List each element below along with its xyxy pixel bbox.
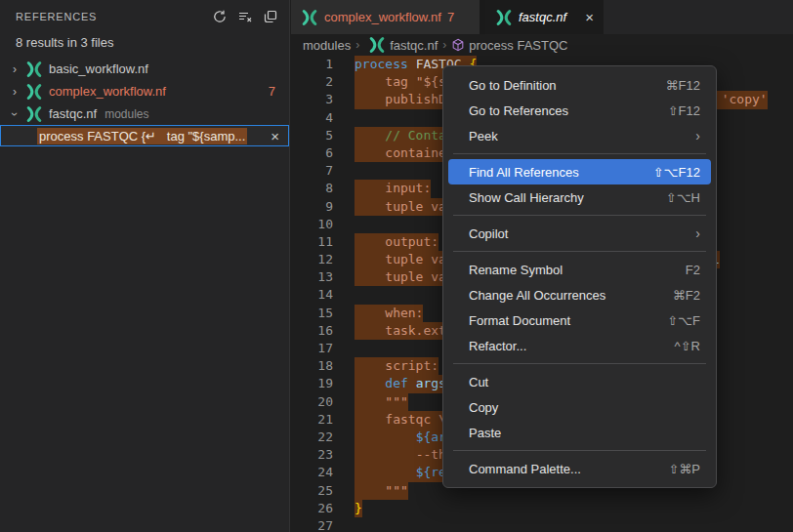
line-number: 25	[291, 482, 333, 500]
tree-item-fastqc-nf[interactable]: ›fastqc.nfmodules	[0, 102, 289, 125]
code-line-26[interactable]: 26}	[291, 500, 793, 517]
menu-item-shortcut: ⇧⌥F12	[653, 165, 700, 180]
code-text: """	[355, 482, 408, 500]
nextflow-icon	[301, 9, 318, 26]
menu-item-label: Go to Definition	[469, 78, 557, 93]
menu-item-peek[interactable]: Peek›	[448, 123, 711, 148]
code-token	[355, 412, 385, 427]
line-number: 19	[291, 375, 333, 392]
code-token	[355, 269, 385, 284]
breadcrumb-item-process-fastqc[interactable]: process FASTQC	[451, 38, 567, 53]
line-number: 1	[291, 56, 333, 73]
breadcrumb-label: fastqc.nf	[390, 38, 438, 53]
menu-item-shortcut: ⇧F12	[668, 103, 700, 118]
menu-item-label: Command Palette...	[469, 462, 581, 476]
menu-item-label: Cut	[469, 375, 488, 389]
menu-item-copilot[interactable]: Copilot›	[448, 221, 711, 246]
menu-item-label: Copilot	[469, 226, 508, 241]
tab-label: fastqc.nf	[519, 10, 566, 24]
reference-result-item[interactable]: process FASTQC {↵ tag "${samp... ×	[0, 125, 289, 146]
tab-complex-workflow-nf[interactable]: complex_workflow.nf7	[291, 0, 480, 34]
submenu-chevron-icon: ›	[695, 225, 700, 241]
menu-item-copy[interactable]: Copy	[448, 394, 711, 420]
line-number: 21	[291, 411, 333, 429]
code-token	[355, 323, 385, 338]
file-description: modules	[104, 107, 148, 121]
code-token: script:	[385, 358, 438, 373]
file-name: basic_workflow.nf	[49, 61, 148, 76]
code-token	[355, 376, 385, 390]
breadcrumb-item-fastqc-nf[interactable]: fastqc.nf	[364, 36, 438, 54]
references-tree: ›basic_workflow.nf›complex_workflow.nf7›…	[0, 58, 289, 125]
line-number: 6	[291, 144, 333, 162]
code-token: input:	[385, 181, 431, 195]
nextflow-icon	[25, 83, 43, 101]
menu-item-go-to-definition[interactable]: Go to Definition⌘F12	[448, 72, 711, 98]
line-number: 10	[291, 216, 333, 233]
code-token	[355, 483, 385, 498]
menu-item-command-palette[interactable]: Command Palette...⇧⌘P	[448, 456, 711, 481]
chevron-right-icon[interactable]: ›	[8, 85, 21, 99]
code-token: def	[385, 376, 407, 390]
tab-bar: complex_workflow.nf7fastqc.nf×	[291, 0, 793, 34]
line-number: 9	[291, 198, 333, 216]
code-token	[355, 252, 385, 266]
menu-separator	[453, 215, 706, 216]
menu-item-label: Rename Symbol	[469, 263, 563, 277]
menu-item-label: Copy	[469, 400, 498, 415]
collapse-all-icon	[263, 9, 278, 24]
menu-item-shortcut: ⇧⌥H	[666, 190, 700, 205]
menu-item-label: Go to References	[469, 103, 568, 118]
chevron-down-icon[interactable]: ›	[8, 107, 21, 121]
menu-item-paste[interactable]: Paste	[448, 420, 711, 445]
references-toolbar	[209, 6, 281, 27]
line-number: 24	[291, 464, 333, 481]
reference-result-text: process FASTQC {↵ tag "${samp...	[37, 128, 247, 144]
line-number: 18	[291, 357, 333, 375]
menu-item-label: Change All Occurrences	[469, 288, 605, 303]
collapse-all-button[interactable]	[260, 6, 281, 27]
close-tab-icon[interactable]: ×	[577, 9, 594, 25]
clear-all-button[interactable]	[234, 6, 256, 27]
code-token	[355, 234, 385, 249]
menu-item-change-all-occurrences[interactable]: Change All Occurrences⌘F2	[448, 282, 711, 307]
code-token	[355, 447, 416, 462]
menu-item-rename-symbol[interactable]: Rename SymbolF2	[448, 257, 711, 282]
breadcrumb-label: modules	[303, 38, 351, 53]
submenu-chevron-icon: ›	[695, 128, 700, 143]
line-number: 11	[291, 233, 333, 251]
editor-context-menu: Go to Definition⌘F12Go to References⇧F12…	[442, 65, 717, 488]
references-sidebar: REFERENCES 8 results in 3 files ›basic_w…	[0, 0, 290, 532]
menu-item-go-to-references[interactable]: Go to References⇧F12	[448, 98, 711, 123]
line-number: 5	[291, 127, 333, 144]
menu-item-refactor[interactable]: Refactor...^⇧R	[448, 333, 711, 358]
refresh-button[interactable]	[209, 6, 230, 27]
menu-separator	[453, 153, 706, 154]
code-line-27[interactable]: 27	[291, 517, 793, 532]
menu-item-find-all-references[interactable]: Find All References⇧⌥F12	[448, 159, 711, 184]
line-number: 23	[291, 446, 333, 464]
nextflow-icon	[25, 61, 43, 78]
breadcrumb-item-modules[interactable]: modules	[303, 38, 351, 53]
code-token: }	[355, 501, 362, 515]
tab-fastqc-nf[interactable]: fastqc.nf×	[485, 0, 604, 34]
tree-item-basic-workflow-nf[interactable]: ›basic_workflow.nf	[0, 58, 289, 80]
menu-item-show-call-hierarchy[interactable]: Show Call Hierarchy⇧⌥H	[448, 184, 711, 210]
dismiss-result-icon[interactable]: ×	[271, 129, 279, 143]
references-title: REFERENCES	[16, 11, 97, 22]
line-number: 3	[291, 91, 333, 108]
code-token: output:	[385, 234, 438, 249]
code-token: when:	[385, 306, 423, 320]
menu-item-format-document[interactable]: Format Document⇧⌥F	[448, 307, 711, 333]
tab-dirty-count: 7	[447, 10, 454, 24]
line-number: 4	[291, 109, 333, 127]
line-number: 15	[291, 305, 333, 322]
tree-item-complex-workflow-nf[interactable]: ›complex_workflow.nf7	[0, 80, 289, 102]
menu-item-label: Paste	[469, 426, 501, 440]
code-token: """	[385, 483, 407, 498]
chevron-right-icon[interactable]: ›	[8, 62, 21, 76]
refresh-icon	[212, 9, 228, 24]
menu-item-cut[interactable]: Cut	[448, 369, 711, 394]
line-number: 8	[291, 180, 333, 197]
code-token	[355, 145, 385, 160]
